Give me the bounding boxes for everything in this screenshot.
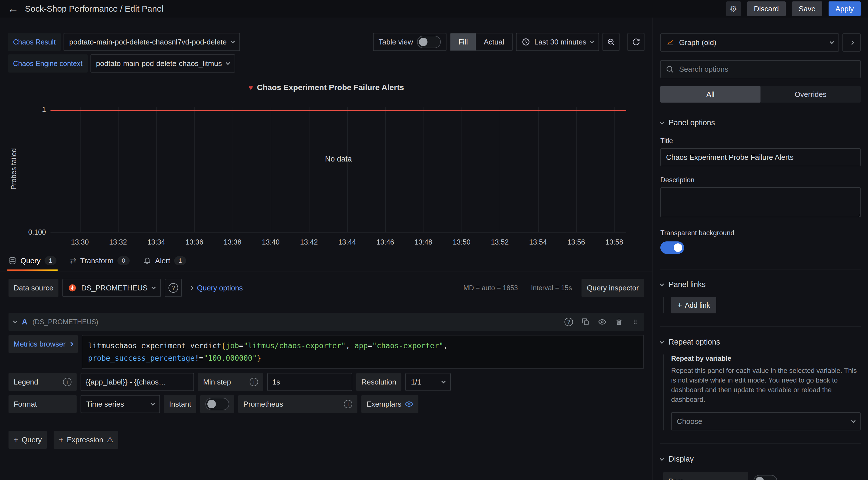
drag-handle-icon[interactable]: [631, 318, 639, 325]
graph-viz-icon: [666, 39, 675, 46]
x-tick-label: 13:52: [491, 238, 509, 246]
bars-toggle[interactable]: [753, 475, 777, 480]
query-row-header[interactable]: A (DS_PROMETHEUS) ?: [8, 313, 644, 331]
tab-transform[interactable]: ⇄ Transform 0: [70, 250, 130, 271]
variable-select-chaos-result[interactable]: podtato-main-pod-delete-chaosnl7vd-pod-d…: [64, 33, 240, 51]
legend-format-value: {{app_label}} - {{chaos…: [86, 378, 166, 386]
instant-toggle-wrap: [200, 395, 234, 413]
plot-area[interactable]: Probes failed 1 0.100 No data 13:3013:32…: [51, 105, 626, 233]
tab-all-label: All: [706, 90, 715, 99]
gridline: [80, 107, 81, 233]
series-line: [51, 110, 626, 111]
chevron-down-icon[interactable]: [13, 319, 18, 323]
instant-toggle[interactable]: [205, 398, 229, 410]
fill-option[interactable]: Fill: [451, 33, 476, 50]
variable-value-chaos-result: podtato-main-pod-delete-chaosnl7vd-pod-d…: [69, 38, 227, 46]
query-ref-id: A: [22, 318, 28, 327]
query-options-toggle[interactable]: Query options: [189, 284, 243, 293]
variable-row-chaos-result: Chaos Result podtato-main-pod-delete-cha…: [8, 33, 240, 51]
zoom-out-icon: [607, 38, 615, 46]
zoom-out-button[interactable]: [602, 33, 620, 51]
transparent-background-label: Transparent background: [660, 229, 861, 237]
search-options-input[interactable]: [660, 60, 861, 78]
plus-icon: +: [13, 435, 18, 444]
tab-all[interactable]: All: [660, 86, 761, 103]
actual-option[interactable]: Actual: [476, 33, 512, 50]
add-expression-button[interactable]: + Expression ⚠: [54, 431, 118, 449]
resolution-value: 1/1: [411, 378, 421, 386]
variable-select-chaos-engine[interactable]: podtato-main-pod-delete-chaos_litmus: [91, 55, 236, 72]
back-arrow-icon[interactable]: ←: [7, 3, 19, 14]
legend-format-input[interactable]: {{app_label}} - {{chaos…: [81, 373, 194, 391]
repeat-by-variable-label: Repeat by variable: [671, 354, 861, 363]
main-layout: Chaos Result podtato-main-pod-delete-cha…: [0, 18, 868, 480]
instant-label-text: Instant: [169, 400, 191, 409]
graph-panel: ♥ Chaos Experiment Probe Failure Alerts …: [8, 78, 645, 250]
min-step-input[interactable]: 1s: [267, 373, 352, 391]
tab-alert[interactable]: Alert 1: [143, 250, 186, 271]
query-stats: MD = auto = 1853 Interval = 15s: [464, 284, 572, 292]
chevron-down-icon: [226, 61, 230, 65]
query-editor: Metrics browser litmuschaos_experiment_v…: [8, 335, 644, 369]
query-inspector-button[interactable]: Query inspector: [582, 279, 644, 297]
datasource-picker[interactable]: DS_PROMETHEUS: [62, 279, 161, 297]
datasource-label: Data source: [8, 279, 58, 297]
collapse-options-button[interactable]: [842, 33, 861, 52]
variable-label-chaos-engine: Chaos Engine context: [8, 55, 88, 72]
discard-button[interactable]: Discard: [747, 1, 786, 16]
gridline: [309, 107, 309, 233]
trash-icon[interactable]: [615, 318, 623, 326]
format-select[interactable]: Time series: [81, 395, 160, 413]
hide-query-eye-icon[interactable]: [598, 318, 607, 326]
add-link-button[interactable]: + Add link: [671, 297, 716, 313]
x-tick-label: 13:48: [415, 238, 433, 246]
help-icon[interactable]: ?: [564, 318, 573, 326]
panel-title-input[interactable]: [660, 148, 861, 166]
apply-button[interactable]: Apply: [829, 1, 861, 16]
visualization-row: Graph (old): [660, 33, 861, 52]
query-row-actions: ?: [564, 318, 639, 326]
promql-expression-input[interactable]: litmuschaos_experiment_verdict{job="litm…: [82, 335, 644, 369]
duplicate-icon[interactable]: [582, 318, 589, 326]
variable-row-chaos-engine: Chaos Engine context podtato-main-pod-de…: [8, 55, 240, 72]
repeat-options-header[interactable]: Repeat options: [660, 338, 861, 347]
panel-links-header[interactable]: Panel links: [660, 280, 861, 289]
resolution-select[interactable]: 1/1: [405, 373, 451, 391]
visualization-name: Graph (old): [679, 38, 716, 47]
repeat-variable-select[interactable]: Choose: [671, 412, 861, 431]
datasource-help-button[interactable]: ?: [165, 279, 182, 297]
search-icon: [665, 65, 674, 75]
visualization-picker[interactable]: Graph (old): [660, 33, 839, 52]
variable-label-chaos-result: Chaos Result: [8, 33, 61, 51]
panel-options-header[interactable]: Panel options: [660, 118, 861, 127]
gridline: [118, 107, 119, 233]
panel-settings-button[interactable]: ⚙: [726, 1, 741, 16]
refresh-button[interactable]: [627, 33, 645, 51]
legend-label-text: Legend: [13, 378, 38, 386]
panel-view-controls: Table view Fill Actual Last 30 minutes: [373, 33, 645, 51]
exemplars-control[interactable]: Exemplars: [361, 395, 418, 413]
table-view-toggle[interactable]: [417, 36, 441, 48]
panel-header[interactable]: ♥ Chaos Experiment Probe Failure Alerts: [8, 78, 645, 98]
gridline: [156, 107, 157, 233]
gridline: [194, 107, 195, 233]
resolution-label-text: Resolution: [361, 378, 396, 386]
tab-overrides[interactable]: Overrides: [761, 86, 861, 103]
transparent-background-toggle[interactable]: [660, 241, 684, 254]
query-ref-datasource: (DS_PROMETHEUS): [33, 318, 98, 326]
panel-description-textarea[interactable]: [660, 187, 861, 217]
controls-row: Chaos Result podtato-main-pod-delete-cha…: [0, 18, 652, 72]
time-range-picker[interactable]: Last 30 minutes: [516, 33, 599, 51]
add-query-button[interactable]: + Query: [8, 431, 47, 449]
datasource-label-text: Data source: [13, 284, 53, 293]
query-section: Data source DS_PROMETHEUS ? Query option…: [0, 271, 652, 413]
metrics-browser-button[interactable]: Metrics browser: [8, 335, 78, 353]
actual-label: Actual: [484, 38, 504, 46]
options-tabs: All Overrides: [660, 86, 861, 103]
fill-actual-segmented: Fill Actual: [450, 33, 513, 51]
save-button[interactable]: Save: [792, 1, 822, 16]
gridline: [576, 107, 577, 233]
display-header[interactable]: Display: [660, 455, 861, 464]
tab-query[interactable]: Query 1: [8, 250, 57, 271]
query-options-label: Query options: [197, 284, 243, 293]
